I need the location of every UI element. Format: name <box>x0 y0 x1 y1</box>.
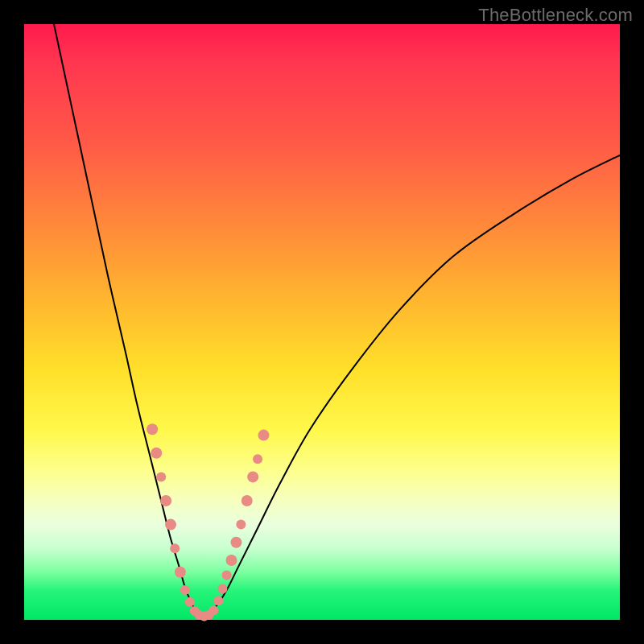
data-marker <box>160 495 171 506</box>
data-marker <box>222 571 232 580</box>
data-marker <box>147 423 158 435</box>
data-marker <box>230 537 242 548</box>
right-curve <box>203 155 620 617</box>
watermark-text: TheBottleneck.com <box>478 5 633 26</box>
chart-frame: TheBottleneck.com <box>0 0 644 644</box>
data-marker <box>156 472 166 481</box>
data-marker <box>226 555 237 566</box>
data-marker <box>165 519 176 530</box>
chart-svg <box>24 24 620 620</box>
data-marker <box>175 567 186 578</box>
data-marker <box>242 495 253 506</box>
data-marker <box>236 520 246 530</box>
data-marker <box>185 597 195 607</box>
data-marker <box>151 448 162 459</box>
data-marker <box>258 430 269 441</box>
data-marker <box>170 543 180 553</box>
data-marker <box>247 471 258 482</box>
data-marker <box>213 596 223 605</box>
data-marker <box>208 605 218 615</box>
plot-area <box>24 24 620 620</box>
data-marker <box>253 454 262 464</box>
data-marker <box>217 584 227 594</box>
data-marker <box>180 585 190 595</box>
data-markers <box>147 423 269 621</box>
left-curve <box>54 24 203 617</box>
